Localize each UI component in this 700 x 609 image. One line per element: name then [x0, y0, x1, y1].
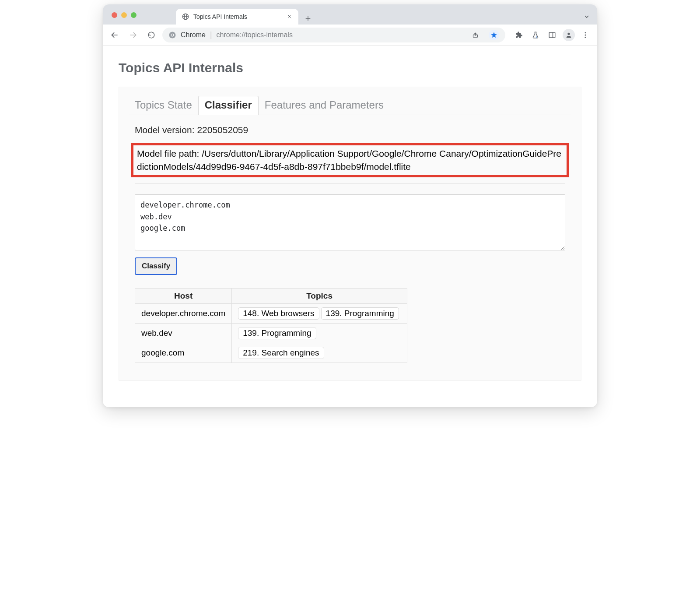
omnibox-url: chrome://topics-internals: [217, 31, 293, 39]
table-cell-topics: 219. Search engines: [232, 343, 407, 363]
omnibox[interactable]: Chrome | chrome://topics-internals: [162, 28, 505, 42]
extensions-button[interactable]: [511, 28, 526, 42]
svg-point-11: [172, 34, 174, 36]
model-version-value: 2205052059: [197, 125, 248, 135]
table-cell-host: developer.chrome.com: [135, 304, 232, 324]
svg-point-18: [585, 32, 586, 33]
tab-strip: Topics API Internals: [103, 4, 597, 25]
back-button[interactable]: [107, 28, 122, 42]
labs-button[interactable]: [528, 28, 543, 42]
divider: [135, 183, 565, 184]
page-tabs: Topics State Classifier Features and Par…: [129, 96, 571, 115]
topic-chip: 139. Programming: [238, 327, 316, 339]
menu-button[interactable]: [578, 28, 593, 42]
chrome-icon: [168, 31, 176, 39]
table-header-topics: Topics: [232, 289, 407, 304]
svg-marker-13: [491, 32, 497, 38]
topic-chip: 139. Programming: [321, 307, 399, 320]
table-header-host: Host: [135, 289, 232, 304]
window-maximize-button[interactable]: [131, 12, 136, 18]
window-minimize-button[interactable]: [121, 12, 127, 18]
model-path-label: Model file path:: [137, 148, 202, 158]
table-cell-topics: 139. Programming: [232, 324, 407, 343]
forward-button: [126, 28, 140, 42]
omnibox-divider: |: [210, 30, 212, 39]
page-title: Topics API Internals: [119, 60, 581, 75]
svg-point-20: [585, 36, 586, 38]
table-row: developer.chrome.com148. Web browsers139…: [135, 304, 407, 324]
table-cell-host: google.com: [135, 343, 232, 363]
model-version-label: Model version:: [135, 125, 197, 135]
share-icon[interactable]: [468, 28, 483, 42]
svg-point-14: [536, 36, 537, 37]
tab-features-parameters[interactable]: Features and Parameters: [259, 96, 390, 115]
topic-chip: 148. Web browsers: [238, 307, 319, 320]
tab-topics-state[interactable]: Topics State: [129, 96, 198, 115]
table-header-row: Host Topics: [135, 289, 407, 304]
classify-button[interactable]: Classify: [135, 257, 177, 275]
topic-chip: 219. Search engines: [238, 347, 324, 359]
table-row: google.com219. Search engines: [135, 343, 407, 363]
browser-window: Topics API Internals Chrome | c: [103, 4, 597, 407]
model-version-line: Model version: 2205052059: [135, 123, 565, 137]
panel: Topics State Classifier Features and Par…: [119, 87, 581, 381]
side-panel-button[interactable]: [545, 28, 560, 42]
svg-point-19: [585, 34, 586, 35]
window-controls: [112, 12, 136, 18]
bookmark-star-icon[interactable]: [489, 30, 499, 40]
close-icon[interactable]: [287, 14, 292, 19]
table-cell-topics: 148. Web browsers139. Programming: [232, 304, 407, 324]
browser-tab-active[interactable]: Topics API Internals: [176, 9, 298, 25]
avatar-icon: [563, 29, 575, 41]
page-content: Topics API Internals Topics State Classi…: [103, 46, 597, 407]
window-close-button[interactable]: [112, 12, 117, 18]
globe-icon: [182, 13, 189, 20]
reload-button[interactable]: [144, 28, 159, 42]
tabs-dropdown-button[interactable]: [583, 13, 590, 20]
svg-point-17: [567, 32, 570, 35]
table-row: web.dev139. Programming: [135, 324, 407, 343]
new-tab-button[interactable]: [298, 15, 318, 25]
omnibox-source-label: Chrome: [181, 31, 206, 39]
browser-toolbar: Chrome | chrome://topics-internals: [103, 25, 597, 46]
table-cell-host: web.dev: [135, 324, 232, 343]
model-path-highlight: Model file path: /Users/dutton/Library/A…: [131, 143, 569, 178]
results-table: Host Topics developer.chrome.com148. Web…: [135, 288, 407, 363]
svg-rect-15: [549, 32, 555, 38]
hosts-input[interactable]: [135, 194, 565, 250]
profile-button[interactable]: [561, 28, 576, 42]
tab-title: Topics API Internals: [193, 13, 247, 20]
tab-classifier[interactable]: Classifier: [198, 96, 259, 115]
